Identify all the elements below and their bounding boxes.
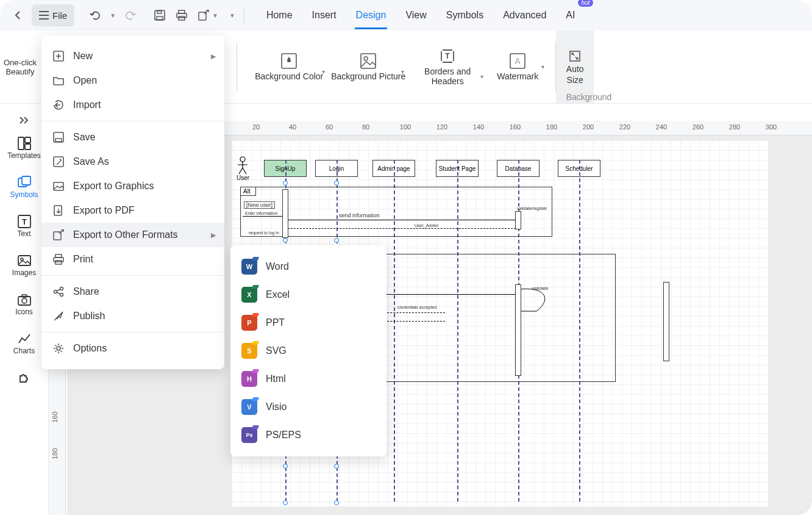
export-excel[interactable]: X Excel [230, 281, 386, 309]
file-menu-share[interactable]: Share [41, 279, 224, 304]
hamburger-icon [39, 11, 49, 20]
export-html[interactable]: H Html [230, 365, 386, 393]
print-button[interactable] [171, 4, 193, 26]
oneclick-beautify[interactable]: One-click Beautify [0, 31, 40, 103]
svg-rect-20 [361, 54, 376, 68]
svg-text:A: A [515, 56, 521, 66]
export-other-icon [52, 229, 65, 241]
chevron-right-icon: ▶ [211, 231, 216, 239]
svg-point-51 [60, 294, 63, 297]
tab-advanced[interactable]: Advanced [502, 6, 547, 24]
tab-ai[interactable]: AI hot [564, 6, 576, 24]
tab-view[interactable]: View [404, 6, 427, 24]
svg-rect-28 [25, 144, 30, 149]
export-pseps[interactable]: Ps PS/EPS [230, 421, 386, 449]
export-word[interactable]: W Word [230, 253, 386, 281]
svg-text:T: T [446, 52, 451, 60]
svg-icon: S [241, 343, 257, 359]
tab-home[interactable]: Home [265, 6, 294, 24]
sidebar-text[interactable]: T Text [6, 212, 43, 240]
export-dropdown[interactable]: ▼ [212, 12, 218, 19]
svg-rect-48 [55, 261, 62, 264]
export-visio[interactable]: V Visio [230, 393, 386, 421]
svg-point-52 [57, 347, 60, 350]
redo-button[interactable] [119, 4, 141, 26]
svg-rect-44 [54, 206, 62, 215]
file-menu-button[interactable]: File [32, 4, 74, 26]
actor-user[interactable]: User [237, 156, 249, 181]
file-menu-open[interactable]: Open [41, 68, 224, 93]
more-dropdown[interactable]: ▼ [229, 12, 235, 19]
symbols-icon [18, 176, 31, 189]
file-menu-import[interactable]: Import [41, 93, 224, 117]
background-color-button[interactable]: Background Color▾ [249, 53, 329, 81]
sidebar-images[interactable]: Images [6, 251, 43, 279]
back-button[interactable] [7, 4, 29, 26]
file-menu-print[interactable]: Print [41, 247, 224, 272]
export-svg[interactable]: S SVG [230, 337, 386, 365]
sidebar-plugins[interactable] [6, 369, 43, 387]
msg-cred: credentials accepted [397, 305, 436, 309]
images-icon [18, 254, 31, 267]
excel-icon: X [241, 287, 257, 303]
file-menu-publish[interactable]: Publish [41, 304, 224, 328]
sidebar-templates[interactable]: Templates [6, 134, 43, 162]
icons-icon [18, 293, 31, 306]
borders-icon: T [440, 48, 455, 64]
save-as-icon [52, 156, 65, 168]
publish-icon [52, 310, 65, 322]
print-icon [52, 253, 65, 265]
ribbon-section-label: Background [421, 92, 757, 102]
msg-request-login: request to log in [249, 231, 279, 235]
svg-rect-35 [18, 297, 30, 305]
plugin-icon [18, 371, 31, 384]
svg-point-49 [54, 290, 57, 294]
sidebar-symbols[interactable]: Symbols [6, 173, 43, 201]
svg-rect-25 [570, 51, 580, 61]
tab-symbols[interactable]: Symbols [445, 6, 485, 24]
autosize-icon [568, 49, 582, 63]
export-graphics-icon [52, 180, 65, 192]
picture-icon [360, 53, 376, 69]
guard-new-user: [New user] [244, 201, 275, 209]
svg-rect-30 [22, 176, 30, 185]
undo-dropdown[interactable]: ▼ [110, 12, 116, 19]
export-button[interactable] [193, 4, 215, 26]
save-button[interactable] [149, 4, 171, 26]
watermark-icon: A [510, 53, 525, 69]
svg-rect-2 [157, 11, 162, 13]
sidebar-charts[interactable]: Charts [6, 330, 43, 358]
chevron-right-icon: ▶ [211, 52, 216, 60]
svg-rect-41 [55, 139, 62, 142]
export-submenu: W Word X Excel P PPT S SVG H Html V Visi… [230, 245, 386, 456]
borders-headers-button[interactable]: T Borders and Headers▾ [408, 48, 487, 86]
file-menu-options[interactable]: Options [41, 336, 224, 361]
undo-button[interactable] [84, 4, 106, 26]
tab-insert[interactable]: Insert [311, 6, 338, 24]
file-menu-save[interactable]: Save [41, 125, 224, 149]
file-menu-export-pdf[interactable]: Export to PDF [41, 198, 224, 223]
svg-rect-26 [18, 137, 24, 149]
msg-user-added: User_Added [415, 223, 438, 228]
background-picture-button[interactable]: Background Picture▾ [329, 53, 408, 81]
file-menu-new[interactable]: New ▶ [41, 44, 224, 68]
svg-rect-5 [179, 16, 185, 20]
svg-point-38 [240, 157, 245, 162]
sidebar-toggle[interactable] [13, 111, 35, 129]
sidebar-icons[interactable]: Icons [6, 290, 43, 319]
html-icon: H [241, 371, 257, 387]
svg-point-21 [364, 57, 368, 60]
charts-icon [18, 332, 31, 345]
file-menu-export-graphics[interactable]: Export to Graphics [41, 174, 224, 198]
watermark-button[interactable]: A Watermark▾ [487, 53, 548, 81]
file-menu-export-other[interactable]: Export to Other Formats ▶ [41, 223, 224, 247]
folder-icon [52, 74, 65, 87]
svg-text:T: T [22, 217, 27, 226]
svg-rect-37 [22, 295, 27, 297]
export-ppt[interactable]: P PPT [230, 309, 386, 337]
save-icon [52, 131, 65, 143]
tab-design[interactable]: Design [355, 6, 388, 24]
file-menu-save-as[interactable]: Save As [41, 149, 224, 174]
share-icon [52, 286, 65, 298]
svg-rect-27 [25, 137, 30, 143]
